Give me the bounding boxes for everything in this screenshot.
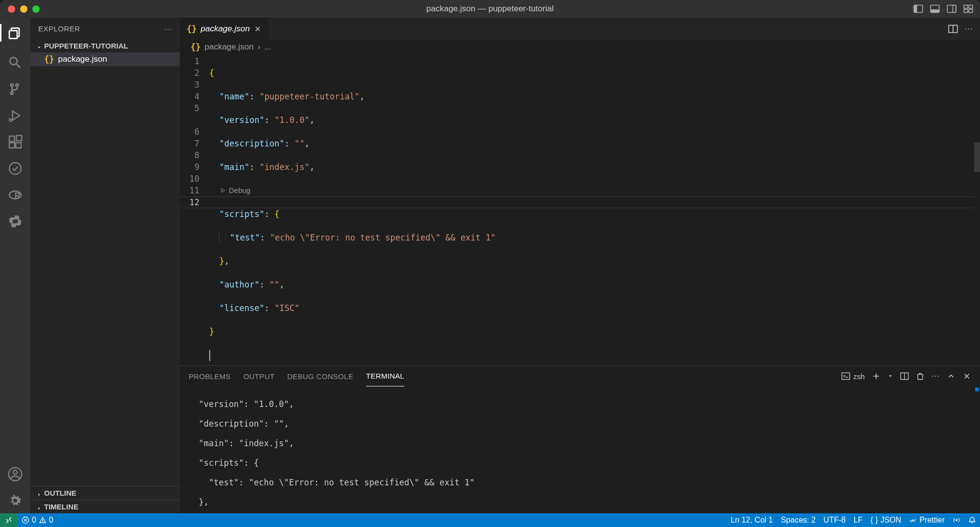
sidebar-section-outline[interactable]: OUTLINE (30, 486, 180, 500)
explorer-more-icon[interactable]: ··· (164, 24, 172, 33)
chevron-down-icon (36, 44, 41, 48)
maximize-panel-icon[interactable] (947, 372, 956, 381)
svg-rect-8 (964, 9, 968, 12)
panel-tab-terminal[interactable]: TERMINAL (366, 366, 404, 386)
live-share-activity-icon[interactable] (7, 161, 23, 176)
timeline-label: TIMELINE (44, 503, 78, 511)
toggle-primary-sidebar-icon[interactable] (913, 4, 923, 14)
editor-more-icon[interactable]: ··· (965, 24, 973, 34)
breadcrumb-rest: ... (264, 42, 271, 52)
language-mode-status[interactable]: { } JSON (867, 513, 906, 527)
notifications-status[interactable] (964, 513, 980, 527)
svg-rect-14 (17, 136, 22, 141)
minimize-window-button[interactable] (20, 5, 27, 13)
toggle-panel-icon[interactable] (930, 4, 940, 14)
toggle-secondary-sidebar-icon[interactable] (947, 4, 956, 14)
new-terminal-icon[interactable] (872, 372, 881, 381)
panel-more-icon[interactable]: ··· (931, 371, 940, 381)
json-file-icon: {} (191, 42, 200, 52)
minimap[interactable] (974, 54, 980, 365)
json-file-icon: {} (44, 54, 54, 64)
terminal[interactable]: "version": "1.0.0", "description": "", "… (180, 386, 980, 513)
panel-tab-problems[interactable]: PROBLEMS (189, 366, 231, 386)
debug-codelens[interactable]: Debug (209, 185, 980, 196)
file-name: package.json (58, 54, 107, 64)
svg-text:R: R (15, 192, 21, 200)
panel-tab-output[interactable]: OUTPUT (244, 366, 274, 386)
problems-status[interactable]: 0 0 (18, 513, 57, 527)
titlebar: package.json — puppeteer-tutorial (0, 0, 980, 18)
explorer-activity-icon[interactable] (7, 25, 23, 41)
breadcrumb-file: package.json (204, 42, 253, 52)
explorer-title: EXPLORER (38, 24, 80, 33)
remote-indicator[interactable] (0, 513, 18, 527)
close-window-button[interactable] (8, 5, 15, 13)
search-activity-icon[interactable] (7, 55, 23, 71)
terminal-dropdown-icon[interactable] (887, 372, 893, 381)
prettier-status[interactable]: Prettier (905, 513, 949, 527)
tab-bar: {} package.json ··· (180, 18, 980, 40)
extensions-activity-icon[interactable] (7, 134, 23, 150)
svg-point-15 (9, 163, 21, 174)
panel-tab-debug-console[interactable]: DEBUG CONSOLE (287, 366, 353, 386)
settings-gear-icon[interactable] (7, 493, 23, 508)
chevron-right-icon (36, 491, 41, 496)
window-title: package.json — puppeteer-tutorial (426, 4, 554, 14)
tab-package-json[interactable]: {} package.json (180, 18, 269, 40)
svg-point-27 (42, 521, 43, 522)
customize-layout-icon[interactable] (963, 4, 973, 14)
sidebar: EXPLORER ··· PUPPETEER-TUTORIAL {} packa… (30, 18, 180, 513)
svg-rect-7 (969, 5, 973, 8)
split-terminal-icon[interactable] (900, 372, 909, 381)
svg-rect-5 (953, 5, 956, 13)
svg-point-19 (13, 470, 17, 474)
indentation-status[interactable]: Spaces: 2 (777, 513, 819, 527)
broadcast-icon (953, 516, 960, 524)
line-number-gutter: 1 2 3 4 5 6 7 8 9 10 11 12 (180, 54, 209, 365)
editor[interactable]: 1 2 3 4 5 6 7 8 9 10 11 12 { "name": "pu… (180, 54, 980, 365)
run-debug-activity-icon[interactable] (7, 108, 23, 123)
sidebar-file-package-json[interactable]: {} package.json (30, 52, 180, 66)
python-activity-icon[interactable] (7, 214, 23, 229)
window-controls (0, 5, 40, 13)
split-editor-icon[interactable] (948, 24, 958, 34)
sidebar-header: EXPLORER ··· (30, 18, 180, 39)
error-icon (22, 516, 29, 524)
sidebar-section-timeline[interactable]: TIMELINE (30, 500, 180, 513)
r-language-activity-icon[interactable]: R (7, 187, 23, 203)
terminal-shell-selector[interactable]: zsh (841, 372, 864, 381)
terminal-icon (841, 372, 850, 381)
sidebar-folder-root[interactable]: PUPPETEER-TUTORIAL (30, 39, 180, 52)
svg-rect-6 (964, 5, 968, 8)
svg-rect-11 (9, 136, 15, 142)
breadcrumb-separator: › (258, 42, 261, 52)
check-double-icon (909, 516, 917, 524)
bottom-panel: PROBLEMS OUTPUT DEBUG CONSOLE TERMINAL z… (180, 365, 980, 513)
bell-icon (968, 516, 976, 524)
remote-icon (5, 516, 13, 524)
editor-group: {} package.json ··· {} package.json › ..… (180, 18, 980, 513)
svg-point-28 (956, 519, 957, 521)
source-control-activity-icon[interactable] (7, 81, 23, 97)
breadcrumb[interactable]: {} package.json › ... (180, 40, 980, 54)
svg-rect-12 (9, 143, 15, 148)
code-area[interactable]: { "name": "puppeteer-tutorial", "version… (209, 54, 980, 365)
maximize-window-button[interactable] (32, 5, 40, 13)
svg-rect-1 (914, 5, 917, 13)
encoding-status[interactable]: UTF-8 (820, 513, 850, 527)
eol-status[interactable]: LF (850, 513, 867, 527)
svg-rect-13 (16, 143, 21, 148)
minimap-slider[interactable] (974, 143, 980, 172)
close-tab-icon[interactable] (254, 25, 262, 33)
accounts-activity-icon[interactable] (7, 466, 23, 482)
close-panel-icon[interactable] (962, 372, 971, 381)
svg-rect-4 (947, 5, 956, 13)
scroll-indicator (975, 387, 979, 391)
svg-point-10 (9, 119, 12, 121)
outline-label: OUTLINE (44, 489, 76, 497)
cursor-position-status[interactable]: Ln 12, Col 1 (727, 513, 777, 527)
feedback-status[interactable] (949, 513, 964, 527)
svg-rect-3 (931, 9, 939, 12)
text-cursor (209, 350, 210, 361)
kill-terminal-icon[interactable] (916, 372, 925, 381)
